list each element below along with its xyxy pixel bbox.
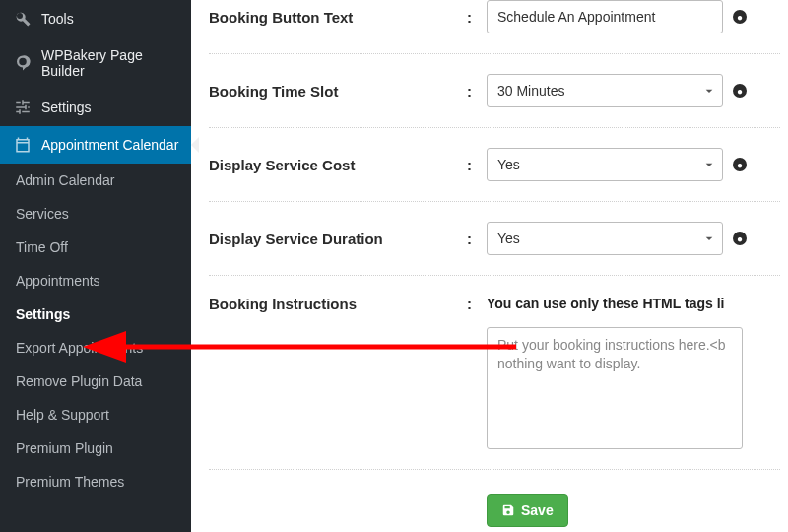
field: Yes ● bbox=[487, 222, 780, 255]
settings-panel: Booking Button Text : ● Booking Time Slo… bbox=[191, 0, 788, 532]
instructions-hint: You can use only these HTML tags li bbox=[487, 296, 724, 311]
info-icon[interactable]: ● bbox=[733, 158, 747, 171]
save-button-label: Save bbox=[521, 502, 554, 518]
sidebar-item-label: Appointment Calendar bbox=[41, 137, 178, 153]
sidebar-submenu: Admin Calendar Services Time Off Appoint… bbox=[0, 164, 191, 499]
sidebar-item-wpbakery[interactable]: WPBakery Page Builder bbox=[0, 37, 191, 89]
booking-time-slot-select[interactable]: 30 Minutes bbox=[487, 74, 723, 107]
colon: : bbox=[467, 231, 487, 247]
sidebar-item-label: Tools bbox=[41, 11, 74, 27]
field: 30 Minutes ● bbox=[487, 74, 780, 107]
app-root: Tools WPBakery Page Builder Settings App… bbox=[0, 0, 788, 532]
field: ● bbox=[487, 0, 780, 33]
sidebar-item-tools[interactable]: Tools bbox=[0, 0, 191, 37]
sliders-icon bbox=[14, 99, 32, 116]
sidebar-item-label: Settings bbox=[41, 100, 92, 115]
info-icon[interactable]: ● bbox=[733, 10, 747, 24]
field-label: Booking Instructions bbox=[209, 296, 467, 312]
field-label: Display Service Duration bbox=[209, 231, 467, 247]
sidebar-sub-admin-calendar[interactable]: Admin Calendar bbox=[0, 164, 191, 197]
row-booking-time-slot: Booking Time Slot : 30 Minutes ● bbox=[209, 54, 780, 128]
sidebar-item-settings[interactable]: Settings bbox=[0, 89, 191, 126]
calendar-icon bbox=[14, 136, 32, 154]
sidebar-sub-remove-plugin-data[interactable]: Remove Plugin Data bbox=[0, 365, 191, 398]
sidebar-sub-services[interactable]: Services bbox=[0, 197, 191, 231]
booking-button-text-input[interactable] bbox=[487, 0, 723, 33]
colon: : bbox=[467, 157, 487, 173]
sidebar-sub-time-off[interactable]: Time Off bbox=[0, 231, 191, 264]
display-service-cost-select[interactable]: Yes bbox=[487, 148, 723, 181]
row-display-service-cost: Display Service Cost : Yes ● bbox=[209, 128, 780, 202]
field-label: Booking Time Slot bbox=[209, 83, 467, 100]
booking-instructions-textarea[interactable]: Put your booking instructions here.<b no… bbox=[487, 327, 743, 449]
sidebar-sub-help-support[interactable]: Help & Support bbox=[0, 398, 191, 432]
field: You can use only these HTML tags li Put … bbox=[487, 296, 780, 449]
row-display-service-duration: Display Service Duration : Yes ● bbox=[209, 202, 780, 276]
colon: : bbox=[467, 9, 487, 26]
wpb-icon bbox=[14, 54, 32, 72]
sidebar-item-label: WPBakery Page Builder bbox=[41, 47, 181, 79]
row-booking-button-text: Booking Button Text : ● bbox=[209, 0, 780, 54]
colon: : bbox=[467, 83, 487, 100]
sidebar-top-menu: Tools WPBakery Page Builder Settings App… bbox=[0, 0, 191, 164]
sidebar-sub-export-appointments[interactable]: Export Appointments bbox=[0, 331, 191, 365]
sidebar-sub-settings[interactable]: Settings bbox=[0, 298, 191, 331]
sidebar-sub-appointments[interactable]: Appointments bbox=[0, 264, 191, 298]
colon: : bbox=[467, 296, 487, 312]
settings-form: Booking Button Text : ● Booking Time Slo… bbox=[209, 0, 780, 527]
admin-sidebar: Tools WPBakery Page Builder Settings App… bbox=[0, 0, 191, 532]
sidebar-sub-premium-plugin[interactable]: Premium Plugin bbox=[0, 432, 191, 465]
save-button[interactable]: Save bbox=[487, 494, 568, 527]
row-booking-instructions: Booking Instructions : You can use only … bbox=[209, 276, 780, 469]
field: Yes ● bbox=[487, 148, 780, 181]
field-label: Booking Button Text bbox=[209, 9, 467, 26]
save-row: Save bbox=[209, 469, 780, 527]
wrench-icon bbox=[14, 10, 32, 28]
sidebar-sub-premium-themes[interactable]: Premium Themes bbox=[0, 465, 191, 499]
save-icon bbox=[501, 503, 515, 517]
field-label: Display Service Cost bbox=[209, 157, 467, 173]
info-icon[interactable]: ● bbox=[733, 84, 747, 98]
info-icon[interactable]: ● bbox=[733, 232, 747, 245]
sidebar-item-appointment-calendar[interactable]: Appointment Calendar bbox=[0, 126, 191, 164]
display-service-duration-select[interactable]: Yes bbox=[487, 222, 723, 255]
